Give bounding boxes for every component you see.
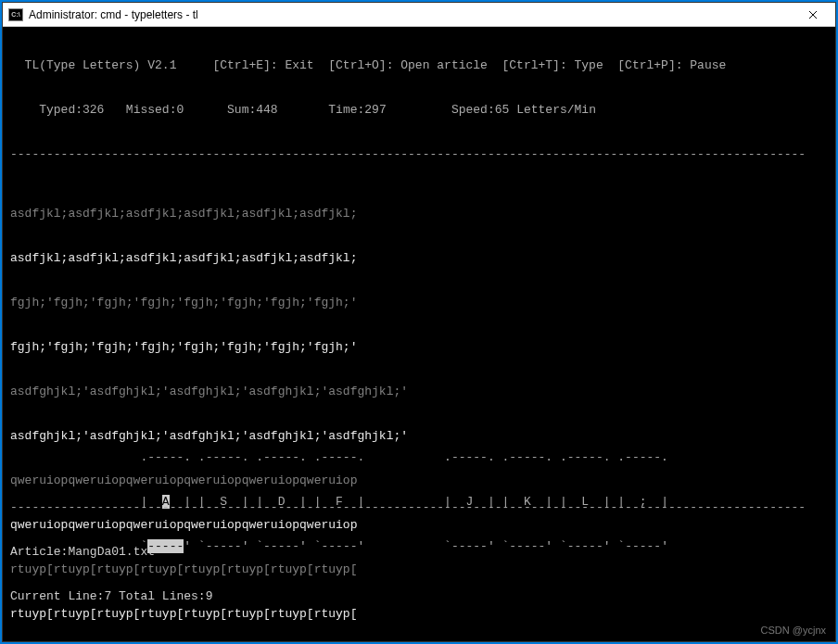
- stat-typed: 326: [83, 103, 104, 117]
- total-lines: 9: [206, 589, 213, 603]
- stat-sum: 448: [256, 103, 277, 117]
- practice-line-target: fgjh;'fgjh;'fgjh;'fgjh;'fgjh;'fgjh;'fgjh…: [10, 296, 828, 310]
- watermark: CSDN @ycjnx: [761, 623, 826, 638]
- footer: ----------------------------------------…: [10, 471, 828, 634]
- terminal-area[interactable]: TL(Type Letters) V2.1 [Ctrl+E]: Exit [Ct…: [3, 27, 835, 641]
- divider-bottom: ----------------------------------------…: [10, 500, 828, 515]
- window-title: Administrator: cmd - typeletters - tl: [29, 8, 793, 21]
- app-header-help: TL(Type Letters) V2.1 [Ctrl+E]: Exit [Ct…: [10, 58, 828, 73]
- app-header-stats: Typed:326 Missed:0 Sum:448 Time:297 Spee…: [10, 103, 828, 118]
- footer-progress: Current Line:7 Total Lines:9: [10, 589, 828, 604]
- footer-article: Article:MangDa01.txt: [10, 545, 828, 560]
- stat-speed: 65: [495, 103, 510, 117]
- article-name: MangDa01.txt: [68, 545, 155, 559]
- practice-line-target: asdfjkl;asdfjkl;asdfjkl;asdfjkl;asdfjkl;…: [10, 207, 828, 221]
- titlebar[interactable]: C:\ Administrator: cmd - typeletters - t…: [3, 3, 835, 27]
- divider-top: ----------------------------------------…: [10, 147, 828, 162]
- practice-line-typed: fgjh;'fgjh;'fgjh;'fgjh;'fgjh;'fgjh;'fgjh…: [10, 340, 828, 355]
- practice-line-typed: asdfjkl;asdfjkl;asdfjkl;asdfjkl;asdfjkl;…: [10, 251, 828, 266]
- stat-time: 297: [364, 103, 386, 117]
- cmd-icon: C:\: [8, 8, 23, 21]
- app-window: C:\ Administrator: cmd - typeletters - t…: [2, 2, 836, 642]
- close-button[interactable]: [793, 4, 833, 26]
- keyboard-row-top: .-----. .-----. .-----. .-----. .-----. …: [10, 450, 828, 465]
- close-icon: [808, 10, 818, 19]
- practice-line-target: asdfghjkl;'asdfghjkl;'asdfghjkl;'asdfghj…: [10, 385, 828, 399]
